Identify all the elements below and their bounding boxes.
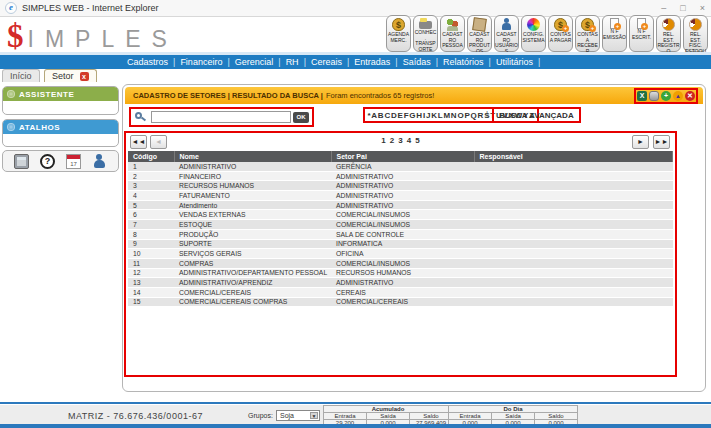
cell-nome: SUPORTE <box>174 239 331 249</box>
menu-item-utilitarios[interactable]: Utilitários <box>496 57 533 67</box>
table-row[interactable]: 10SERVIÇOS GERAISOFICINA <box>128 249 673 259</box>
cell-codigo: 11 <box>128 258 174 268</box>
minimize-button[interactable]: – <box>661 3 666 13</box>
column-header: Setor Pai <box>331 151 474 162</box>
table-row[interactable]: 13ADMINISTRATIVO/APRENDIZADMINISTRATIVO <box>128 278 673 288</box>
table-row[interactable]: 8PRODUÇÃOSALA DE CONTROLE <box>128 229 673 239</box>
close-button[interactable]: × <box>700 3 705 13</box>
pagination-page-3[interactable]: 3 <box>398 136 402 145</box>
toolbar-button-3[interactable]: CADASTRO PESSOA <box>440 15 465 52</box>
table-row[interactable]: 11COMPRASCOMERCIAL/INSUMOS <box>128 258 673 268</box>
toolbar-button-label: CONFIG. SISTEMA <box>522 32 545 43</box>
cell-nome: FATURAMENTO <box>174 191 331 201</box>
search-ok-button[interactable]: OK <box>293 112 309 123</box>
table-row[interactable]: 14COMERCIAL/CEREAISCEREAIS <box>128 287 673 297</box>
pagination-next-button[interactable]: ► <box>632 135 649 149</box>
calculator-icon[interactable] <box>14 154 29 169</box>
table-row[interactable]: 3RECURSOS HUMANOSADMINISTRATIVO <box>128 181 673 191</box>
toolbar-button-1[interactable]: $AGENDA MERC. <box>386 15 411 52</box>
add-icon[interactable]: + <box>661 91 671 101</box>
menu-item-rh[interactable]: RH <box>286 57 299 67</box>
advanced-search-button[interactable]: BUSCA AVANÇADA <box>492 107 581 123</box>
alphabet-letter[interactable]: G <box>409 111 416 120</box>
cell-codigo: 5 <box>128 200 174 210</box>
search-input[interactable] <box>151 111 291 123</box>
tab-setor[interactable]: Setor x <box>44 69 97 82</box>
menu-item-financeiro[interactable]: Financeiro <box>180 57 222 67</box>
acum-title: Acumulado <box>324 406 453 413</box>
pagination-page-1[interactable]: 1 <box>381 136 385 145</box>
cell-codigo: 2 <box>128 171 174 181</box>
toolbar-button-11[interactable]: REL. EST. REGISTRO INVENTÁRIO <box>656 15 681 52</box>
table-row[interactable]: 4FATURAMENTOADMINISTRATIVO <box>128 191 673 201</box>
menu-item-relatorios[interactable]: Relatórios <box>443 57 484 67</box>
tab-close-icon[interactable]: x <box>80 72 89 81</box>
table-row[interactable]: 15COMERCIAL/CEREAIS COMPRASCOMERCIAL/CER… <box>128 297 673 307</box>
toolbar-button-label: CONTAS A RECEBER <box>576 32 599 54</box>
table-row[interactable]: 1ADMINISTRATIVOGERÊNCIA <box>128 162 673 171</box>
toolbar-button-5[interactable]: CADASTRO USUÁRIOS <box>494 15 519 52</box>
tab-row: Início Setor x <box>0 69 711 83</box>
up-icon[interactable]: ▲ <box>673 91 683 101</box>
pagination-page-5[interactable]: 5 <box>415 136 419 145</box>
cell-setor-pai: ADMINISTRATIVO <box>331 278 474 288</box>
menu-item-cereais[interactable]: Cereais <box>311 57 342 67</box>
table-row[interactable]: 12ADMINISTRATIVO/DEPARTAMENTO PESSOALREC… <box>128 268 673 278</box>
toolbar-button-10[interactable]: +N F ESCRIT. <box>629 15 654 52</box>
table-row[interactable]: 5AtendimentoADMINISTRATIVO <box>128 200 673 210</box>
internet-explorer-icon: e <box>5 2 17 14</box>
cell-nome: VENDAS EXTERNAS <box>174 210 331 220</box>
annotation-box-results-table: ◄◄ ◄ 12345 ► ►► CódigoNomeSetor PaiRespo… <box>124 131 677 377</box>
annotation-box-header-icons: X + ▲ ✕ <box>634 88 698 104</box>
close-icon[interactable]: ✕ <box>685 91 695 101</box>
menu-item-cadastros[interactable]: Cadastros <box>127 57 168 67</box>
cell-responsavel <box>474 191 673 201</box>
cell-nome: FINANCEIRO <box>174 171 331 181</box>
assistente-panel: ASSISTENTE <box>2 86 119 115</box>
toolbar-button-9[interactable]: +N F EMISSÃO <box>602 15 627 52</box>
grupos-select[interactable]: Soja ▼ <box>276 410 320 421</box>
cell-codigo: 8 <box>128 229 174 239</box>
maximize-button[interactable]: □ <box>680 3 685 13</box>
pagination-page-4[interactable]: 4 <box>407 136 411 145</box>
cell-responsavel <box>474 229 673 239</box>
pagination-page-2[interactable]: 2 <box>390 136 394 145</box>
table-row[interactable]: 6VENDAS EXTERNASCOMERCIAL/INSUMOS <box>128 210 673 220</box>
atalhos-header[interactable]: ATALHOS <box>3 120 118 134</box>
cell-setor-pai: ADMINISTRATIVO <box>331 181 474 191</box>
grupos-label: Grupos: <box>248 412 273 419</box>
table-row[interactable]: 7ESTOQUECOMERCIAL/INSUMOS <box>128 220 673 230</box>
toolbar-button-12[interactable]: REL. EST. FISC. ESTOQUE <box>683 15 708 52</box>
toolbar-button-7[interactable]: $+CONTAS A PAGAR <box>548 15 573 52</box>
tab-inicio[interactable]: Início <box>2 69 40 82</box>
cell-nome: PRODUÇÃO <box>174 229 331 239</box>
menu-item-entradas[interactable]: Entradas <box>354 57 390 67</box>
toolbar-button-2[interactable]: CONHEC. TRANSPORTE ESCRIT. <box>413 15 438 52</box>
box-icon <box>472 17 487 32</box>
alphabet-letter[interactable]: M <box>443 111 450 120</box>
toolbar-button-4[interactable]: CADASTRO PRODUTOS <box>467 15 492 52</box>
app-logo: $ IMPLES <box>7 18 178 55</box>
printer-icon[interactable] <box>649 91 659 101</box>
menu-item-gerencial[interactable]: Gerencial <box>235 57 274 67</box>
pagination-last-button[interactable]: ►► <box>653 135 670 149</box>
help-icon[interactable]: ? <box>40 154 55 169</box>
toolbar-button-6[interactable]: CONFIG. SISTEMA <box>521 15 546 52</box>
table-row[interactable]: 2FINANCEIROADMINISTRATIVO <box>128 171 673 181</box>
alphabet-letter[interactable]: Q <box>470 111 477 120</box>
menu-item-saidas[interactable]: Saídas <box>403 57 431 67</box>
table-row[interactable]: 9SUPORTEINFORMATICA <box>128 239 673 249</box>
column-header: Código <box>128 151 174 162</box>
cell-responsavel <box>474 181 673 191</box>
cell-codigo: 9 <box>128 239 174 249</box>
toolbar-button-8[interactable]: $+CONTAS A RECEBER <box>575 15 600 52</box>
alphabet-letter[interactable]: O <box>457 111 464 120</box>
tab-setor-label: Setor <box>52 71 74 81</box>
assistente-header[interactable]: ASSISTENTE <box>3 87 118 101</box>
user-icon[interactable] <box>92 154 107 169</box>
cell-setor-pai: ADMINISTRATIVO <box>331 191 474 201</box>
calendar-icon[interactable] <box>66 154 81 169</box>
window-title: SIMPLES WEB - Internet Explorer <box>22 3 159 13</box>
excel-export-icon[interactable]: X <box>637 91 647 101</box>
toolbar-button-label: AGENDA MERC. <box>387 32 410 43</box>
